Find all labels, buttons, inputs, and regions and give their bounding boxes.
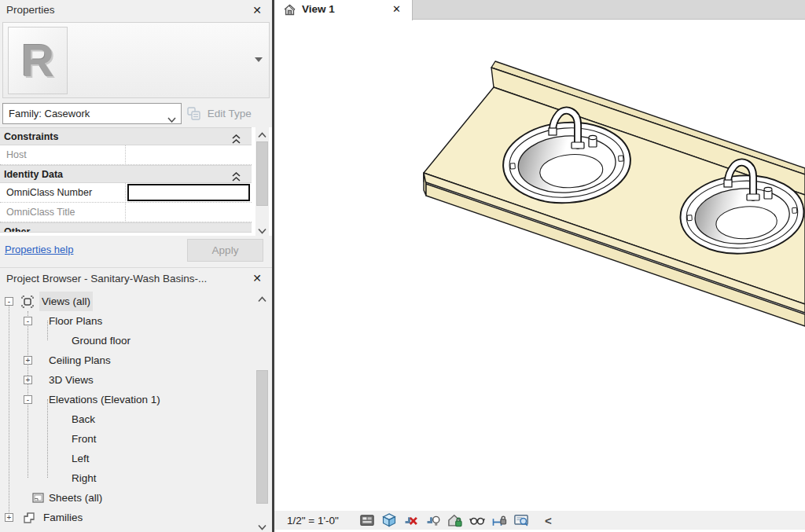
section-header-constraints[interactable]: Constraints [0, 127, 252, 145]
scrollbar-thumb[interactable] [256, 370, 268, 504]
sun-path-off-icon[interactable] [403, 512, 419, 528]
properties-scrollbar[interactable] [255, 127, 269, 236]
properties-help-link[interactable]: Properties help [5, 244, 73, 255]
revit-logo: R [21, 35, 54, 86]
property-row-omniclass-number[interactable]: OmniClass Number [0, 183, 252, 203]
type-selector-dropdown[interactable]: R [2, 22, 270, 98]
collapse-expander-icon[interactable]: - [24, 395, 32, 404]
collapse-bar-chevron[interactable]: < [545, 514, 552, 527]
house-3d-view-icon [282, 3, 297, 20]
tree-item-label[interactable]: Ceiling Plans [49, 350, 111, 370]
scrollbar-thumb[interactable] [256, 141, 268, 206]
view-tab-bar: View 1 ✕ [274, 0, 805, 20]
apply-button[interactable]: Apply [187, 239, 263, 262]
project-browser-title-bar[interactable]: Project Browser - Sanitary-Wash Basins-.… [0, 268, 272, 290]
property-name: OmniClass Number [0, 183, 126, 203]
properties-close-icon[interactable]: ✕ [249, 0, 265, 20]
property-row-host[interactable]: Host [0, 145, 252, 165]
property-value [127, 145, 252, 165]
section-label: Constraints [4, 131, 58, 142]
model-viewport-double-basin-counter[interactable] [274, 20, 805, 509]
section-header-other-clipped[interactable]: Other [0, 222, 252, 233]
scroll-down-icon[interactable] [255, 223, 269, 236]
tree-item-sheets-all[interactable]: Sheets (all) [0, 488, 252, 508]
project-browser-title: Project Browser - Sanitary-Wash Basins-.… [6, 273, 207, 284]
drawing-area: View 1 ✕ [274, 0, 805, 532]
tree-item-label[interactable]: Elevations (Elevation 1) [49, 390, 160, 409]
properties-grid: Constraints Host Identity Data Omni [0, 127, 272, 236]
tree-item-label[interactable]: 3D Views [49, 370, 94, 390]
views-icon [20, 295, 35, 309]
visual-style-icon[interactable] [381, 512, 397, 528]
tree-item-ground-floor[interactable]: Ground floor [0, 331, 252, 350]
property-row-omniclass-title[interactable]: OmniClass Title [0, 203, 252, 222]
scroll-up-icon[interactable] [255, 292, 269, 304]
locked-3d-view-icon[interactable] [447, 512, 463, 528]
tree-item-label[interactable]: Right [72, 468, 97, 488]
tree-item-label[interactable]: Views (all) [39, 292, 93, 311]
view-tab-view1[interactable]: View 1 ✕ [274, 0, 413, 20]
tree-item-families[interactable]: + Families [0, 508, 252, 527]
project-browser-panel: Project Browser - Sanitary-Wash Basins-.… [0, 268, 272, 532]
edit-type-icon [187, 107, 200, 127]
sheets-icon [31, 491, 46, 505]
tree-item-views-all[interactable]: - Views (all) [0, 292, 252, 311]
property-name: OmniClass Title [0, 203, 126, 222]
view-scale-button[interactable]: 1/2" = 1'-0" [287, 515, 359, 526]
project-browser-close-icon[interactable]: ✕ [249, 268, 265, 288]
view-tab-label[interactable]: View 1 [302, 3, 335, 15]
property-value [127, 183, 252, 203]
project-browser-scrollbar[interactable] [255, 292, 269, 532]
shadows-off-icon[interactable] [425, 512, 441, 528]
scroll-down-icon[interactable] [255, 519, 269, 532]
tree-item-ceiling-plans[interactable]: + Ceiling Plans [0, 350, 252, 370]
tree-item-label[interactable]: Left [72, 449, 90, 468]
expand-expander-icon[interactable]: + [24, 356, 32, 365]
tree-item-3d-views[interactable]: + 3D Views [0, 370, 252, 390]
view-control-bar-wrap: 1/2" = 1'-0" [274, 509, 805, 532]
revit-family-editor-window: Properties ✕ R Family: Casework [0, 0, 805, 532]
project-browser-tree: - Views (all) - Floor Plans Ground floor [0, 292, 252, 532]
tree-item-label[interactable]: Ground floor [72, 331, 130, 350]
collapse-expander-icon[interactable]: - [5, 297, 13, 306]
families-icon [22, 511, 36, 525]
detail-level-icon[interactable] [359, 512, 375, 528]
property-name: Host [0, 145, 126, 165]
tree-item-label[interactable]: Back [72, 409, 95, 429]
expand-expander-icon[interactable]: + [5, 513, 13, 522]
properties-title-bar[interactable]: Properties ✕ [0, 0, 272, 20]
left-dock-panels: Properties ✕ R Family: Casework [0, 0, 272, 532]
properties-palette: Properties ✕ R Family: Casework [0, 0, 272, 20]
tree-item-floor-plans[interactable]: - Floor Plans [0, 311, 252, 331]
tree-item-back[interactable]: Back [0, 409, 252, 429]
tree-item-elevations[interactable]: - Elevations (Elevation 1) [0, 390, 252, 409]
edit-type-button[interactable]: Edit Type [187, 104, 269, 124]
tree-item-label[interactable]: Front [72, 429, 97, 449]
expand-expander-icon[interactable]: + [24, 376, 32, 384]
family-row: Family: Casework Edit Type [0, 103, 272, 125]
tree-item-label[interactable]: Floor Plans [49, 311, 102, 331]
reveal-constraints-icon[interactable] [491, 512, 507, 528]
temporary-view-properties-icon[interactable] [513, 512, 529, 528]
properties-title: Properties [6, 4, 55, 16]
family-select[interactable]: Family: Casework [2, 103, 182, 124]
section-label: Identity Data [4, 169, 63, 180]
tree-item-front[interactable]: Front [0, 429, 252, 449]
type-preview-image: R [8, 27, 68, 94]
omniclass-number-input[interactable] [127, 184, 250, 201]
tree-item-label[interactable]: Families [43, 508, 83, 527]
collapse-section-icon[interactable] [232, 227, 241, 233]
tab-close-icon[interactable]: ✕ [392, 3, 401, 15]
temporary-hide-isolate-icon[interactable] [469, 512, 485, 528]
scroll-up-icon[interactable] [255, 127, 269, 140]
tree-item-label[interactable]: Sheets (all) [49, 488, 102, 508]
section-header-identity-data[interactable]: Identity Data [0, 165, 252, 183]
tree-item-right[interactable]: Right [0, 468, 252, 488]
tree-item-left[interactable]: Left [0, 449, 252, 468]
properties-footer: Properties help Apply [0, 236, 272, 268]
chevron-down-icon[interactable] [255, 57, 263, 62]
collapse-expander-icon[interactable]: - [24, 317, 32, 325]
family-select-value: Family: Casework [9, 108, 90, 119]
view-control-bar: 1/2" = 1'-0" [274, 511, 805, 530]
tab-bar-empty-space [413, 0, 805, 20]
